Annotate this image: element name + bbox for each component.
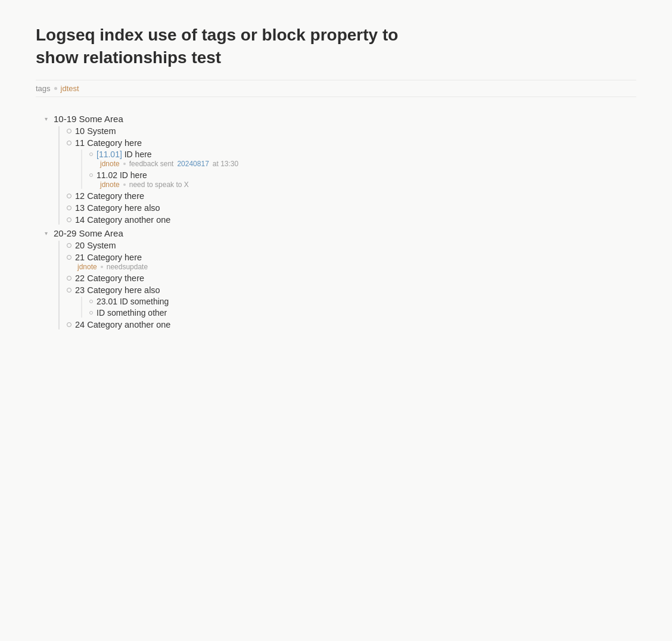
meta-text-prefix: feedback sent xyxy=(129,160,174,168)
area-label: 10-19 Some Area xyxy=(54,114,123,124)
child-row[interactable]: 10 System xyxy=(67,126,636,136)
area-header[interactable]: ▾10-19 Some Area xyxy=(42,114,636,124)
child-label: 21 Category here xyxy=(75,253,142,262)
child-row[interactable]: 24 Category another one xyxy=(67,320,636,329)
grandchild-label: 23.01 ID something xyxy=(97,297,169,306)
grandchild-label: ID something other xyxy=(97,308,167,318)
inline-meta-row: jdnoteneedsupdate xyxy=(77,263,636,271)
child-label: 13 Category here also xyxy=(75,203,160,213)
area-block: ▾10-19 Some Area10 System11 Category her… xyxy=(42,114,636,225)
grandchildren: [11.01] ID herejdnotefeedback sent 20240… xyxy=(81,150,636,189)
bullet-icon xyxy=(89,311,93,315)
grandchild-row[interactable]: [11.01] ID here xyxy=(89,150,636,159)
grandchild-meta-row: jdnotefeedback sent 20240817 at 13:30 xyxy=(100,160,636,168)
child-item: 10 System xyxy=(67,126,636,136)
area-label: 20-29 Some Area xyxy=(54,228,123,238)
grandchild-meta-row: jdnoteneed to speak to X xyxy=(100,181,636,189)
child-label: 12 Category there xyxy=(75,191,144,201)
meta-dot xyxy=(123,183,126,186)
bullet-icon xyxy=(89,300,93,303)
meta-text: need to speak to X xyxy=(129,181,189,189)
area-children: 10 System11 Category here[11.01] ID here… xyxy=(58,126,636,225)
bullet-icon xyxy=(67,194,71,198)
bullet-icon xyxy=(67,141,71,145)
grandchild-item: ID something other xyxy=(89,308,636,318)
child-item: 21 Category herejdnoteneedsupdate xyxy=(67,253,636,271)
meta-date: 20240817 xyxy=(177,160,209,168)
breadcrumb-link[interactable]: jdtest xyxy=(61,84,79,93)
child-row[interactable]: 22 Category there xyxy=(67,273,636,283)
child-item: 14 Category another one xyxy=(67,215,636,225)
child-label: 23 Category here also xyxy=(75,285,160,295)
grandchild-item: 23.01 ID something xyxy=(89,297,636,306)
grandchildren: 23.01 ID somethingID something other xyxy=(81,297,636,318)
bullet-icon xyxy=(89,153,93,156)
bullet-icon xyxy=(67,243,71,248)
child-item: 11 Category here[11.01] ID herejdnotefee… xyxy=(67,138,636,189)
grandchild-label: [11.01] ID here xyxy=(97,150,152,159)
breadcrumb-separator xyxy=(54,87,57,90)
child-row[interactable]: 13 Category here also xyxy=(67,203,636,213)
meta-text: needsupdate xyxy=(107,263,148,271)
child-item: 22 Category there xyxy=(67,273,636,283)
toggle-arrow-icon[interactable]: ▾ xyxy=(42,114,50,123)
grandchild-label: 11.02 ID here xyxy=(97,170,147,180)
child-item: 24 Category another one xyxy=(67,320,636,329)
meta-dot xyxy=(101,266,103,268)
child-item: 23 Category here also23.01 ID somethingI… xyxy=(67,285,636,318)
grandchild-row[interactable]: 23.01 ID something xyxy=(89,297,636,306)
bullet-icon xyxy=(67,217,71,222)
bullet-icon xyxy=(67,206,71,210)
bracket-id: [11.01] xyxy=(97,150,122,159)
meta-dot xyxy=(123,163,126,165)
bullet-icon xyxy=(67,255,71,260)
child-item: 13 Category here also xyxy=(67,203,636,213)
breadcrumb: tags jdtest xyxy=(36,80,636,97)
meta-tag[interactable]: jdnote xyxy=(100,160,120,168)
area-header[interactable]: ▾20-29 Some Area xyxy=(42,228,636,238)
grandchild-item: [11.01] ID herejdnotefeedback sent 20240… xyxy=(89,150,636,168)
child-label: 24 Category another one xyxy=(75,320,170,329)
area-children: 20 System21 Category herejdnoteneedsupda… xyxy=(58,241,636,329)
outline: ▾10-19 Some Area10 System11 Category her… xyxy=(42,114,636,329)
meta-tag[interactable]: jdnote xyxy=(100,181,120,189)
child-label: 10 System xyxy=(75,126,116,136)
toggle-arrow-icon[interactable]: ▾ xyxy=(42,229,50,237)
child-row[interactable]: 11 Category here xyxy=(67,138,636,148)
breadcrumb-prefix: tags xyxy=(36,84,51,93)
child-row[interactable]: 23 Category here also xyxy=(67,285,636,295)
child-row[interactable]: 21 Category here xyxy=(67,253,636,262)
grandchild-row[interactable]: ID something other xyxy=(89,308,636,318)
bullet-icon xyxy=(67,129,71,133)
page-title: Logseq index use of tags or block proper… xyxy=(36,24,441,69)
bullet-icon xyxy=(67,288,71,293)
meta-text-suffix: at 13:30 xyxy=(213,160,238,168)
child-label: 14 Category another one xyxy=(75,215,170,225)
meta-tag[interactable]: jdnote xyxy=(77,263,97,271)
child-item: 20 System xyxy=(67,241,636,250)
bullet-icon xyxy=(67,276,71,281)
child-label: 22 Category there xyxy=(75,273,144,283)
bullet-icon xyxy=(89,173,93,177)
child-item: 12 Category there xyxy=(67,191,636,201)
child-row[interactable]: 20 System xyxy=(67,241,636,250)
area-block: ▾20-29 Some Area20 System21 Category her… xyxy=(42,228,636,329)
grandchild-row[interactable]: 11.02 ID here xyxy=(89,170,636,180)
bullet-icon xyxy=(67,322,71,327)
grandchild-item: 11.02 ID herejdnoteneed to speak to X xyxy=(89,170,636,189)
child-row[interactable]: 14 Category another one xyxy=(67,215,636,225)
child-label: 20 System xyxy=(75,241,116,250)
child-row[interactable]: 12 Category there xyxy=(67,191,636,201)
child-label: 11 Category here xyxy=(75,138,142,148)
